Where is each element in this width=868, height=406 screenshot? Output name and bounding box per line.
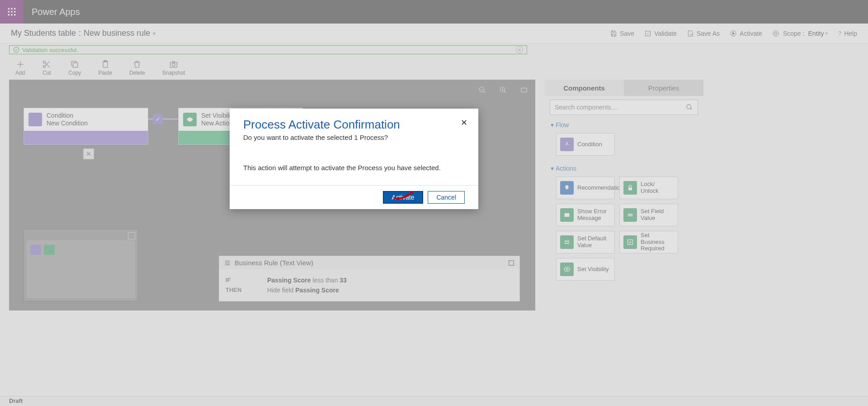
dialog-actions: Activate Cancel xyxy=(230,185,478,209)
dialog-body: This action will attempt to activate the… xyxy=(243,164,465,172)
cancel-button[interactable]: Cancel xyxy=(428,191,465,204)
activate-confirmation-dialog: ✕ Process Activate Confirmation Do you w… xyxy=(230,109,478,209)
dialog-subtitle: Do you want to activate the selected 1 P… xyxy=(243,134,465,141)
annotation-checkmark xyxy=(392,189,415,205)
dialog-title: Process Activate Confirmation xyxy=(243,118,465,132)
close-dialog-button[interactable]: ✕ xyxy=(461,118,467,128)
